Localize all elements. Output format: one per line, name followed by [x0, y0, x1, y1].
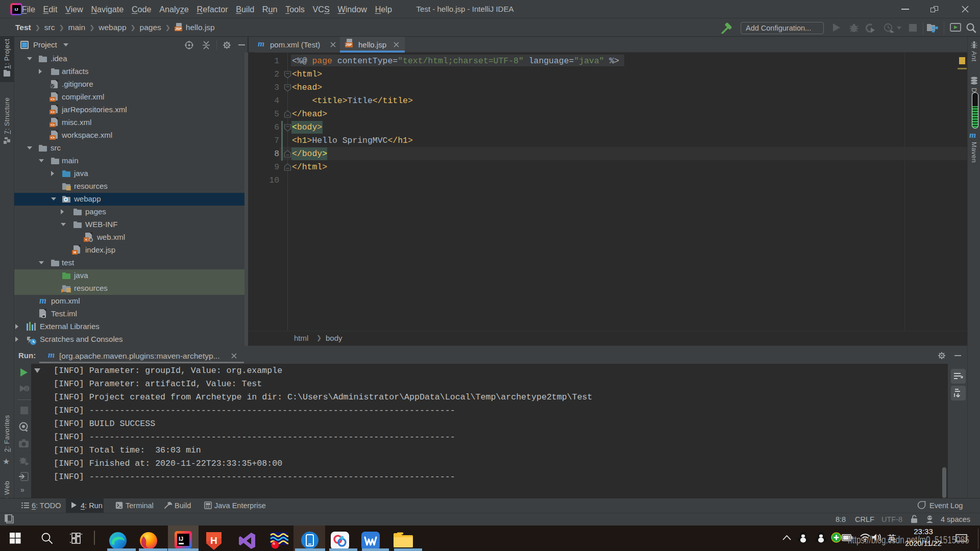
svg-text:IJ: IJ	[179, 536, 183, 542]
svg-text:9: 9	[25, 386, 28, 392]
svg-text:EE: EE	[206, 505, 210, 509]
svg-text:H: H	[210, 535, 217, 546]
